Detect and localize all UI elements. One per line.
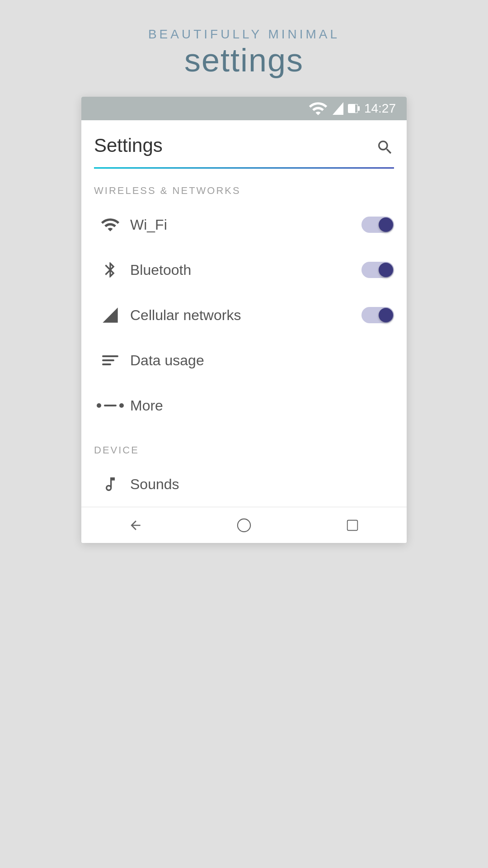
svg-rect-2 — [358, 106, 360, 111]
status-icons: 14:27 — [308, 99, 396, 118]
sounds-icon — [94, 474, 127, 494]
recent-icon — [346, 519, 359, 532]
home-icon — [236, 518, 252, 533]
section-wireless: WIRELESS & NETWORKS Wi_Fi Bluetooth — [81, 169, 407, 428]
svg-rect-4 — [348, 104, 355, 113]
settings-item-cellular[interactable]: Cellular networks — [81, 292, 407, 338]
bluetooth-toggle[interactable] — [361, 262, 394, 278]
page-title: settings — [148, 42, 340, 79]
status-bar: 14:27 — [81, 97, 407, 120]
bluetooth-label: Bluetooth — [127, 262, 361, 278]
data-usage-icon — [94, 355, 127, 365]
settings-item-data-usage[interactable]: Data usage — [81, 338, 407, 383]
home-button[interactable] — [226, 507, 262, 543]
page-subtitle: BEAUTIFULLY MINIMAL — [148, 27, 340, 42]
section-label-wireless: WIRELESS & NETWORKS — [81, 169, 407, 202]
status-time: 14:27 — [364, 101, 396, 116]
cellular-label: Cellular networks — [127, 307, 361, 324]
svg-rect-6 — [347, 520, 358, 530]
sounds-label: Sounds — [127, 476, 394, 493]
section-label-device: DEVICE — [81, 428, 407, 462]
svg-marker-0 — [333, 102, 343, 115]
settings-item-wifi[interactable]: Wi_Fi — [81, 202, 407, 247]
more-label: More — [127, 397, 394, 414]
wifi-toggle[interactable] — [361, 217, 394, 233]
phone-frame: 14:27 Settings WIRELESS & NETWORKS Wi_Fi — [81, 97, 407, 543]
settings-item-sounds[interactable]: Sounds — [81, 462, 407, 507]
app-bar-title: Settings — [94, 135, 163, 164]
back-button[interactable] — [117, 507, 154, 543]
battery-status-icon — [348, 102, 360, 115]
svg-point-5 — [238, 519, 250, 531]
settings-item-bluetooth[interactable]: Bluetooth — [81, 247, 407, 292]
settings-item-more[interactable]: More — [81, 383, 407, 428]
cellular-icon — [94, 305, 127, 325]
wifi-label: Wi_Fi — [127, 217, 361, 233]
section-device: DEVICE Sounds — [81, 428, 407, 507]
more-icon — [94, 403, 127, 408]
recent-button[interactable] — [334, 507, 371, 543]
back-icon — [128, 518, 143, 533]
data-usage-label: Data usage — [127, 352, 394, 369]
bottom-nav — [81, 507, 407, 543]
cellular-toggle[interactable] — [361, 307, 394, 323]
page-header: BEAUTIFULLY MINIMAL settings — [148, 0, 340, 97]
search-button[interactable] — [376, 138, 394, 160]
app-bar: Settings — [81, 120, 407, 169]
signal-status-icon — [333, 102, 343, 115]
bluetooth-icon — [94, 260, 127, 280]
wifi-status-icon — [308, 99, 328, 118]
wifi-icon — [94, 215, 127, 235]
search-icon — [376, 138, 394, 156]
